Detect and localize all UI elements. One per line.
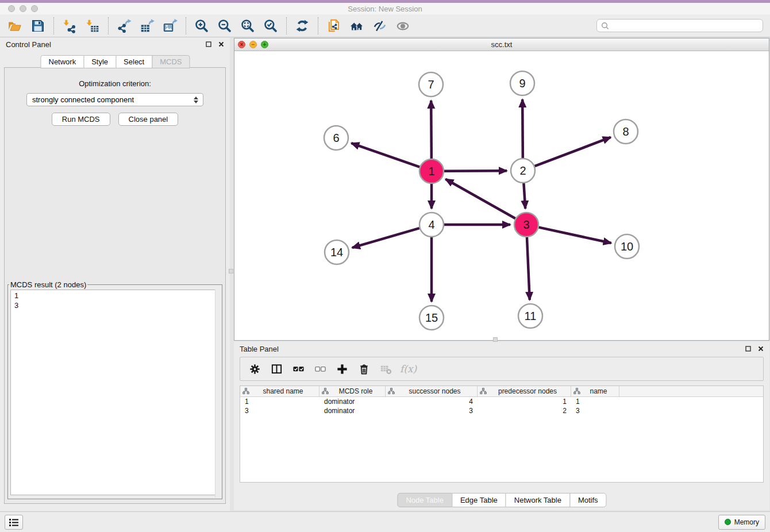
deselect-all-button[interactable] [310, 359, 330, 379]
network-minimize-button[interactable]: − [249, 41, 257, 48]
delete-column-button[interactable] [354, 359, 374, 379]
delete-table-button[interactable] [376, 359, 395, 379]
column-layout-button[interactable] [267, 359, 286, 379]
network-canvas[interactable]: 7968124314101511 [234, 51, 769, 340]
horizontal-splitter-handle[interactable] [493, 337, 498, 342]
gear-icon [249, 363, 261, 375]
table-cell[interactable]: 1 [571, 397, 619, 406]
network-close-button[interactable]: × [238, 41, 245, 48]
column-header-successor-nodes[interactable]: successor nodes [386, 386, 478, 396]
tab-network[interactable]: Network [40, 55, 84, 68]
eye-icon [395, 18, 410, 33]
open-session-button[interactable] [3, 16, 26, 36]
graph-edge-2-8[interactable] [535, 137, 611, 166]
network-window-titlebar: × − + scc.txt [234, 38, 769, 51]
table-cell[interactable]: 1 [240, 397, 319, 406]
graph-edge-1-7[interactable] [431, 101, 432, 159]
home-icon [349, 18, 365, 33]
column-header-MCDS-role[interactable]: MCDS role [319, 386, 386, 396]
table-row[interactable]: 3dominator323 [240, 406, 763, 415]
table-panel-title: Table Panel [240, 345, 279, 353]
graph-edge-3-10[interactable] [538, 228, 611, 243]
table-cell[interactable]: 3 [240, 406, 319, 415]
run-mcds-button[interactable]: Run MCDS [52, 113, 110, 126]
export-network-button[interactable] [113, 16, 136, 36]
table-cell[interactable]: 4 [386, 397, 478, 406]
column-header-shared-name[interactable]: shared name [240, 386, 319, 396]
zoom-in-button[interactable] [190, 16, 213, 36]
mcds-result-fieldset: MCDS result (2 nodes) 1 3 [7, 280, 222, 499]
graph-edge-2-9[interactable] [522, 99, 523, 158]
graph-edge-1-6[interactable] [351, 143, 419, 167]
attribute-icon [480, 388, 487, 395]
add-column-button[interactable] [332, 359, 352, 379]
graph-node-label: 4 [428, 218, 434, 231]
export-image-button[interactable] [159, 16, 182, 36]
graph-node-label: 6 [333, 132, 339, 144]
clone-network-button[interactable] [322, 16, 345, 36]
tab-edge-table[interactable]: Edge Table [452, 493, 506, 507]
column-header-name[interactable]: name [571, 386, 619, 396]
workspace: Control Panel NetworkStyleSelectMCDS Opt… [0, 37, 770, 511]
close-panel-button[interactable]: Close panel [118, 113, 179, 126]
criterion-select[interactable]: strongly connected component [26, 93, 203, 106]
import-network-icon [62, 18, 77, 33]
tab-select[interactable]: Select [116, 55, 152, 68]
save-session-button[interactable] [26, 16, 49, 36]
graph-node-label: 14 [330, 246, 343, 259]
memory-button[interactable]: Memory [718, 515, 765, 530]
export-table-button[interactable] [136, 16, 159, 36]
table-settings-button[interactable] [245, 359, 264, 379]
attribute-icon [388, 388, 395, 395]
show-hide-panel-button[interactable] [391, 16, 414, 36]
table-cell[interactable]: 3 [571, 406, 619, 415]
attribute-icon [573, 388, 580, 395]
close-panel-icon[interactable] [218, 41, 224, 47]
zoom-out-button[interactable] [213, 16, 236, 36]
table-cell[interactable]: 1 [478, 397, 571, 406]
table-cell[interactable]: 2 [478, 406, 571, 415]
function-builder-button[interactable]: f(x) [400, 363, 417, 375]
network-maximize-button[interactable]: + [261, 41, 268, 48]
attribute-icon [242, 388, 249, 395]
search-box[interactable] [596, 19, 763, 32]
select-stepper-icon [191, 97, 201, 103]
vertical-splitter-handle[interactable] [229, 269, 233, 273]
table-cell[interactable]: 3 [386, 406, 478, 415]
mcds-result-text[interactable]: 1 3 [10, 290, 220, 495]
table-body: 1dominator4113dominator323 [240, 397, 763, 415]
refresh-button[interactable] [291, 16, 314, 36]
graph-edge-3-11[interactable] [527, 237, 530, 300]
graph-edge-1-2[interactable] [444, 171, 507, 171]
tab-mcds[interactable]: MCDS [152, 55, 190, 68]
table-cell[interactable]: dominator [319, 406, 386, 415]
tab-motifs[interactable]: Motifs [569, 493, 607, 507]
search-input[interactable] [609, 20, 763, 31]
zoom-fit-button[interactable] [236, 16, 259, 36]
tab-node-table[interactable]: Node Table [397, 493, 452, 507]
delete-table-icon [380, 363, 392, 375]
column-header-predecessor-nodes[interactable]: predecessor nodes [478, 386, 571, 396]
import-table-button[interactable] [81, 16, 104, 36]
task-history-button[interactable] [5, 515, 23, 530]
network-graph[interactable]: 7968124314101511 [234, 51, 769, 340]
import-network-button[interactable] [58, 16, 81, 36]
toggle-graphics-details-button[interactable] [368, 16, 391, 36]
graph-edge-4-14[interactable] [352, 228, 419, 248]
home-layout-button[interactable] [345, 16, 368, 36]
close-panel-icon[interactable] [758, 346, 764, 352]
graph-edge-2-3[interactable] [523, 183, 525, 209]
float-panel-icon[interactable] [745, 346, 751, 352]
zoom-selected-button[interactable] [259, 16, 282, 36]
graph-node-label: 3 [523, 218, 529, 231]
tab-network-table[interactable]: Network Table [506, 493, 570, 507]
table-row[interactable]: 1dominator411 [240, 397, 763, 406]
result-scrollbar[interactable] [215, 290, 221, 498]
table-cell[interactable]: dominator [319, 397, 386, 406]
graph-node-label: 8 [622, 125, 629, 138]
tab-style[interactable]: Style [83, 55, 116, 68]
select-all-button[interactable] [288, 359, 308, 379]
graph-edge-3-1[interactable] [445, 179, 515, 218]
float-panel-icon[interactable] [206, 41, 211, 47]
graph-node-label: 2 [519, 164, 526, 177]
